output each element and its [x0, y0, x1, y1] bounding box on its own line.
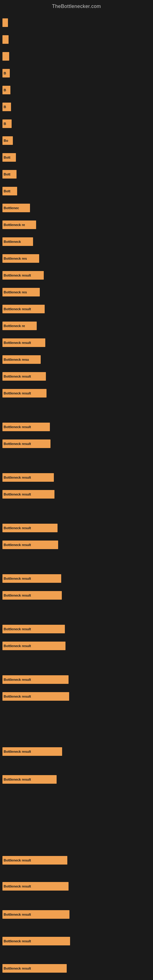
bar-item-42: Bottleneck result	[2, 964, 67, 973]
bar-item-35: Bottleneck result	[2, 692, 69, 701]
bar-item-34: Bottleneck result	[2, 675, 69, 684]
bar-item-38: Bottleneck result	[2, 856, 67, 865]
bar-item-32: Bottleneck result	[2, 625, 65, 633]
bar-label-31: Bottleneck result	[4, 593, 31, 597]
bar-label-16: Bottleneck result	[4, 274, 31, 277]
bar-label-37: Bottleneck result	[4, 778, 31, 781]
bar-item-23: Bottleneck result	[2, 389, 46, 398]
bar-label-35: Bottleneck result	[4, 695, 31, 698]
bar-label-39: Bottleneck result	[4, 885, 31, 888]
bar-label-24: Bottleneck result	[4, 425, 31, 429]
bar-label-33: Bottleneck result	[4, 644, 31, 648]
bar-label-26: Bottleneck result	[4, 476, 31, 479]
bar-label-23: Bottleneck result	[4, 391, 31, 395]
bar-item-36: Bottleneck result	[2, 747, 62, 756]
bar-item-21: Bottleneck resu	[2, 355, 41, 364]
bar-label-8: Bo	[4, 139, 8, 142]
bar-label-18: Bottleneck result	[4, 307, 31, 311]
bar-item-8: Bo	[2, 136, 13, 145]
bar-item-6: B	[2, 103, 11, 111]
bar-item-3	[2, 52, 9, 60]
bar-item-7: B	[2, 119, 12, 128]
bar-item-1	[2, 18, 8, 27]
bar-item-10: Bott	[2, 170, 16, 178]
bar-label-17: Bottleneck res	[4, 290, 27, 294]
bar-label-19: Bottleneck re	[4, 324, 25, 328]
bar-item-25: Bottleneck result	[2, 439, 51, 448]
bar-label-15: Bottleneck res	[4, 257, 27, 260]
bar-label-36: Bottleneck result	[4, 750, 31, 753]
bar-item-40: Bottleneck result	[2, 910, 70, 919]
bar-item-28: Bottleneck result	[2, 524, 57, 532]
bar-item-37: Bottleneck result	[2, 775, 57, 784]
bar-label-4: B	[4, 72, 6, 75]
bar-label-11: Bott	[4, 189, 10, 193]
bar-item-22: Bottleneck result	[2, 372, 46, 381]
bar-item-24: Bottleneck result	[2, 423, 50, 431]
bar-label-20: Bottleneck result	[4, 341, 31, 345]
bar-label-12: Bottlenec	[4, 206, 19, 210]
bar-label-40: Bottleneck result	[4, 913, 31, 916]
bar-label-27: Bottleneck result	[4, 492, 31, 496]
bar-item-17: Bottleneck res	[2, 288, 40, 296]
bar-label-21: Bottleneck resu	[4, 358, 29, 361]
bar-label-25: Bottleneck result	[4, 442, 31, 445]
bar-label-29: Bottleneck result	[4, 543, 31, 547]
bar-label-30: Bottleneck result	[4, 577, 31, 580]
bar-item-4: B	[2, 69, 10, 78]
bar-item-26: Bottleneck result	[2, 473, 54, 482]
bar-label-42: Bottleneck result	[4, 967, 31, 970]
bar-item-16: Bottleneck result	[2, 271, 44, 280]
bar-item-5: B	[2, 86, 10, 94]
bar-label-28: Bottleneck result	[4, 526, 31, 530]
bar-label-22: Bottleneck result	[4, 375, 31, 378]
bar-label-38: Bottleneck result	[4, 858, 31, 862]
bar-label-10: Bott	[4, 172, 10, 176]
site-title: TheBottlenecker.com	[0, 0, 153, 12]
bar-label-13: Bottleneck re	[4, 223, 25, 227]
bar-item-12: Bottlenec	[2, 204, 30, 212]
bar-label-34: Bottleneck result	[4, 678, 31, 681]
bar-label-41: Bottleneck result	[4, 939, 31, 943]
chart-area: TheBottlenecker.com BBBBBoBottBottBottBo…	[0, 0, 153, 980]
bar-item-18: Bottleneck result	[2, 305, 45, 313]
bar-item-31: Bottleneck result	[2, 591, 62, 600]
bar-item-39: Bottleneck result	[2, 882, 69, 891]
bar-label-7: B	[4, 122, 6, 126]
bar-item-20: Bottleneck result	[2, 339, 45, 347]
bar-label-6: B	[4, 105, 6, 109]
bar-item-13: Bottleneck re	[2, 221, 36, 229]
bar-item-41: Bottleneck result	[2, 937, 70, 945]
bar-item-15: Bottleneck res	[2, 254, 39, 263]
bar-label-32: Bottleneck result	[4, 627, 31, 631]
bar-item-30: Bottleneck result	[2, 574, 61, 583]
bar-item-14: Bottleneck	[2, 237, 33, 246]
bar-item-19: Bottleneck re	[2, 321, 37, 330]
bar-item-11: Bott	[2, 187, 17, 196]
bar-label-5: B	[4, 88, 6, 92]
bar-item-29: Bottleneck result	[2, 541, 58, 549]
bar-label-14: Bottleneck	[4, 240, 21, 243]
bar-item-9: Bott	[2, 153, 16, 162]
bar-item-2	[2, 35, 9, 44]
bar-item-27: Bottleneck result	[2, 490, 54, 499]
bar-label-9: Bott	[4, 156, 10, 159]
bar-item-33: Bottleneck result	[2, 641, 65, 650]
